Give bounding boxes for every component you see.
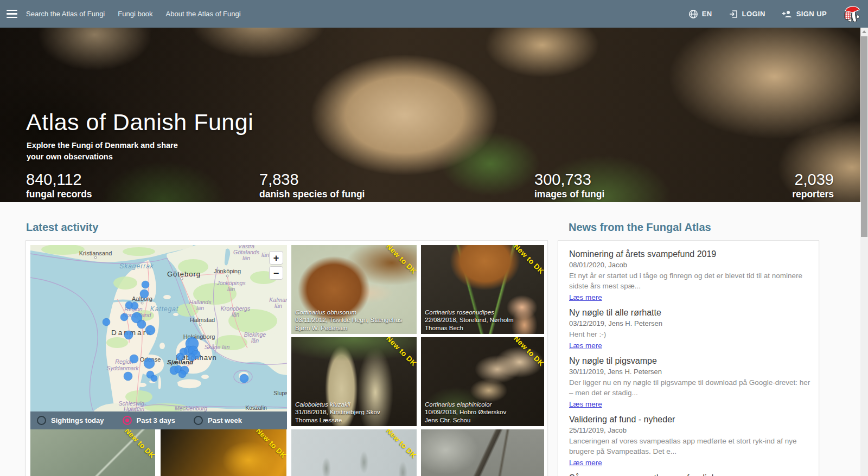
observation-card[interactable]: New to DK Caloboletus kluzakii 31/08/201…: [291, 337, 417, 426]
stat-fungal-records: 840,112 fungal records: [26, 171, 92, 200]
sighting-marker[interactable]: [178, 370, 186, 378]
filter-past-week[interactable]: Past week: [194, 416, 242, 425]
sighting-marker[interactable]: [240, 374, 248, 383]
sightings-map[interactable]: Kristiansand Skagerrak Västra Götalands …: [30, 245, 287, 411]
observation-caption: Cortinarius elaphinicolor 10/09/2018, Ho…: [425, 401, 506, 424]
svg-text:Slupsk: Slupsk: [273, 390, 287, 396]
menu-icon[interactable]: [0, 0, 24, 28]
page-title: Atlas of Danish Fungi: [26, 109, 253, 136]
new-to-dk-ribbon: New to DK: [512, 337, 544, 368]
observation-caption: Caloboletus kluzakii 31/08/2018, Kirstin…: [295, 401, 380, 424]
nav-item-about[interactable]: About the Atlas of Fungi: [166, 10, 241, 18]
sighting-marker[interactable]: [145, 325, 155, 335]
news-item: Så er vores svampe-atlas app færdig! 18/…: [569, 473, 808, 476]
sighting-marker[interactable]: [103, 318, 110, 326]
svg-text:Skåne län: Skåne län: [205, 344, 230, 350]
sighting-marker[interactable]: [124, 331, 133, 339]
nav-item-search[interactable]: Search the Atlas of Fungi: [26, 10, 105, 18]
news-heading: News from the Fungal Atlas: [569, 221, 711, 234]
sighting-marker[interactable]: [144, 358, 155, 369]
atlas-logo-icon[interactable]: [843, 4, 860, 24]
read-more-link[interactable]: Læs mere: [569, 400, 602, 408]
sighting-marker[interactable]: [124, 372, 132, 381]
radio-icon: [37, 416, 46, 425]
news-item: Ny nøgle til alle rørhatte 03/12/2019, J…: [569, 308, 808, 350]
news-item: Ny nøgle til pigsvampe 30/11/2019, Jens …: [569, 356, 808, 409]
new-to-dk-ribbon: New to DK: [385, 337, 417, 368]
svg-text:Mecklenburg: Mecklenburg: [175, 405, 207, 411]
hero-subtitle: Explore the Fungi of Denmark and share y…: [27, 140, 195, 163]
signup-button[interactable]: SIGN UP: [782, 9, 827, 19]
latest-activity-card: Kristiansand Skagerrak Västra Götalands …: [25, 240, 548, 476]
globe-icon: [688, 9, 698, 19]
read-more-link[interactable]: Læs mere: [569, 459, 602, 467]
new-to-dk-ribbon: New to DK: [123, 429, 155, 460]
sighting-marker[interactable]: [188, 353, 195, 361]
observation-card[interactable]: New to DK: [291, 429, 417, 476]
radio-icon: [194, 416, 203, 425]
new-to-dk-ribbon: New to DK: [385, 429, 417, 460]
observation-card[interactable]: New to DK Cortinarius elaphinicolor 10/0…: [421, 337, 544, 426]
svg-text:län: län: [232, 311, 239, 318]
svg-text:Göteborg: Göteborg: [167, 270, 201, 278]
sighting-marker[interactable]: [142, 281, 149, 288]
read-more-link[interactable]: Læs mere: [569, 293, 602, 301]
svg-text:län: län: [242, 255, 250, 261]
svg-text:län: län: [227, 286, 235, 292]
svg-text:län: län: [261, 252, 269, 258]
language-button[interactable]: EN: [688, 9, 712, 19]
svg-text:län: län: [275, 303, 282, 309]
news-card: Nominering af årets svampefund 2019 08/0…: [558, 240, 819, 476]
svg-text:län: län: [251, 337, 259, 344]
observation-caption: Cortinarius roseonudipes 22/08/2018, Sto…: [425, 308, 514, 332]
zoom-in-button[interactable]: +: [269, 251, 283, 265]
page: Search the Atlas of Fungi Fungi book Abo…: [0, 0, 868, 476]
zoom-out-button[interactable]: −: [269, 266, 283, 280]
scrollbar-up-arrow-icon[interactable]: [860, 28, 868, 35]
observation-card[interactable]: New to DK Cortinarius obtusorum 03/11/20…: [291, 245, 417, 334]
latest-activity-heading: Latest activity: [26, 221, 98, 234]
scrollbar-thumb[interactable]: [861, 36, 867, 237]
observation-card[interactable]: New to DK: [161, 429, 286, 476]
stat-danish-species: 7,838 danish species of fungi: [259, 171, 365, 200]
sighting-marker[interactable]: [120, 313, 128, 321]
svg-text:län: län: [196, 305, 204, 311]
new-to-dk-ribbon: New to DK: [512, 245, 544, 275]
svg-text:Syddanmark: Syddanmark: [107, 365, 139, 371]
sighting-marker[interactable]: [130, 355, 138, 363]
new-to-dk-ribbon: New to DK: [254, 429, 286, 460]
stat-images: 300,733 images of fungi: [534, 171, 604, 200]
add-user-icon: [782, 9, 793, 19]
svg-text:Halmstad: Halmstad: [190, 317, 215, 323]
observation-card[interactable]: [421, 429, 544, 476]
nav-links: Search the Atlas of Fungi Fungi book Abo…: [26, 10, 241, 18]
sighting-marker[interactable]: [131, 302, 138, 310]
sighting-marker[interactable]: [151, 375, 157, 382]
nav-item-fungi-book[interactable]: Fungi book: [118, 10, 152, 18]
hero-banner: Atlas of Danish Fungi Explore the Fungi …: [0, 28, 860, 202]
news-item: Nominering af årets svampefund 2019 08/0…: [569, 249, 808, 302]
scrollbar[interactable]: [860, 28, 868, 476]
svg-text:Holstein: Holstein: [124, 406, 144, 411]
filter-past-3-days[interactable]: Past 3 days: [123, 416, 176, 425]
sighting-marker[interactable]: [176, 353, 184, 361]
observation-card[interactable]: New to DK: [30, 429, 155, 476]
sighting-marker[interactable]: [137, 320, 146, 329]
top-nav: Search the Atlas of Fungi Fungi book Abo…: [0, 0, 868, 28]
news-item: Validering af fund - nyheder 25/11/2019,…: [569, 415, 808, 467]
nav-right: EN LOGIN SIGN UP: [688, 4, 860, 24]
map-zoom-controls: + −: [269, 251, 283, 280]
sighting-marker[interactable]: [140, 290, 149, 298]
filter-sightings-today[interactable]: Sightings today: [37, 416, 104, 425]
login-icon: [729, 9, 738, 19]
read-more-link[interactable]: Læs mere: [569, 342, 602, 350]
map-filter-bar: Sightings today Past 3 days Past week: [30, 411, 287, 429]
stat-reporters: 2,039 reporters: [792, 171, 834, 200]
svg-text:Jönköping: Jönköping: [214, 268, 241, 274]
observation-caption: Cortinarius obtusorum 03/11/2012, Tisvil…: [295, 308, 402, 332]
observation-card[interactable]: New to DK Cortinarius roseonudipes 22/08…: [421, 245, 544, 334]
svg-text:Koszalin: Koszalin: [245, 404, 267, 411]
svg-text:Skagerrak: Skagerrak: [119, 262, 154, 270]
svg-text:Kristiansand: Kristiansand: [79, 250, 112, 256]
login-button[interactable]: LOGIN: [729, 9, 765, 19]
